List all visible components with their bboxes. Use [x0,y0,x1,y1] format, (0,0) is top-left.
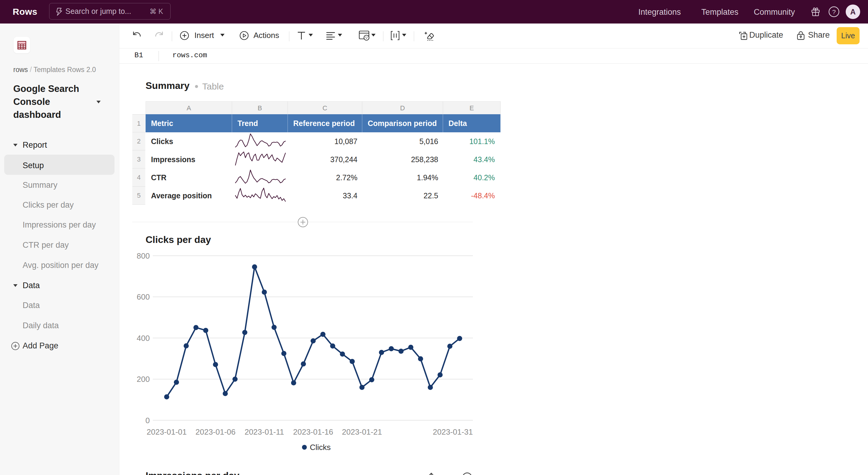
svg-text:2023-01-21: 2023-01-21 [342,428,382,436]
svg-text:600: 600 [137,292,150,302]
svg-text:400: 400 [137,334,150,343]
svg-text:Clicks: Clicks [310,443,331,452]
svg-text:2023-01-31: 2023-01-31 [433,428,473,436]
svg-text:2023-01-01: 2023-01-01 [147,428,187,436]
svg-text:2023-01-11: 2023-01-11 [244,428,284,436]
svg-text:?: ? [832,8,836,15]
svg-text:2023-01-16: 2023-01-16 [293,428,333,436]
svg-text:0: 0 [146,416,150,425]
svg-text:800: 800 [137,251,150,260]
svg-text:200: 200 [137,375,150,384]
svg-text:2023-01-06: 2023-01-06 [195,428,236,436]
